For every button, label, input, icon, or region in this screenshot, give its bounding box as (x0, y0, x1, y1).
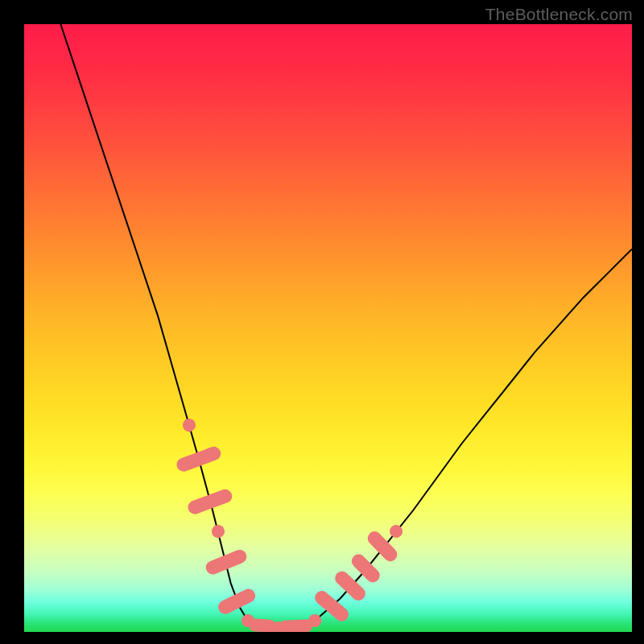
bottleneck-curve (24, 24, 632, 632)
chart-frame: TheBottleneck.com (0, 0, 644, 644)
plot-area (24, 24, 632, 632)
watermark-text: TheBottleneck.com (485, 5, 633, 24)
marker-bottom-bar-2 (279, 619, 312, 632)
